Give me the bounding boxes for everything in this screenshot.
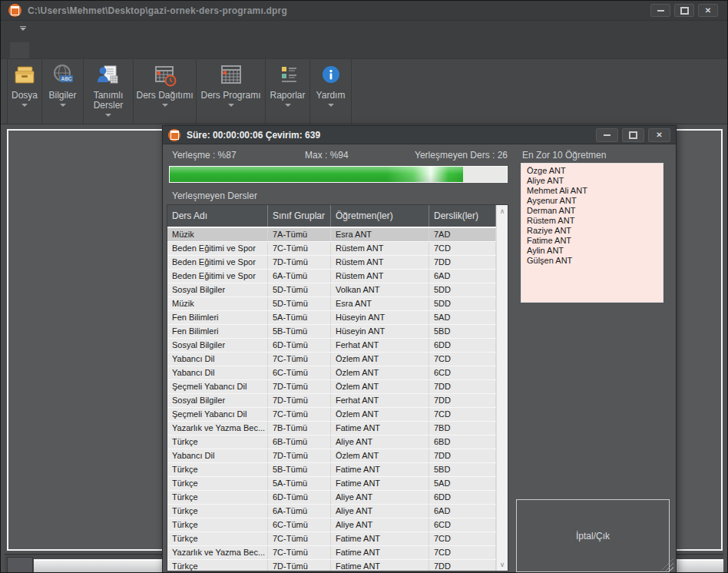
cell-sinif-gruplar: 5D-Tümü [268, 283, 331, 296]
table-header-cell[interactable]: Öğretmen(ler) [331, 205, 429, 227]
qat-customize-button[interactable] [18, 26, 28, 35]
teacher-list-item[interactable]: Gülşen ANT [527, 256, 663, 266]
teacher-list-item[interactable]: Fatime ANT [527, 236, 663, 246]
globe-abc-icon: ABC [51, 63, 75, 88]
teacher-list-item[interactable]: Derman ANT [527, 206, 663, 216]
cell-ogretmen: Volkan ANT [331, 283, 429, 296]
ribbon: Dosya ABC Bilgiler [1, 58, 727, 124]
ribbon-button-ders-dagitimi[interactable]: Ders Dağıtımı [134, 59, 197, 124]
scroll-up-button[interactable]: ∧ [497, 205, 508, 217]
table-row[interactable]: Türkçe 6D-Tümü Aliye ANT 6DD [167, 491, 508, 505]
cell-ders-adi: Beden Eğitimi ve Spor [167, 270, 268, 283]
title-bar: C:\Users\Mehmet\Desktop\gazi-ornek-ders-… [1, 1, 727, 21]
quick-access-toolbar [1, 21, 727, 41]
table-row[interactable]: Yazarlık ve Yazma Bec... 7C-Tümü Fatime … [167, 546, 508, 560]
minimize-button[interactable] [650, 4, 670, 17]
table-row[interactable]: Türkçe 6B-Tümü Aliye ANT 6BD [167, 436, 508, 449]
teacher-list-item[interactable]: Mehmet Ali ANT [527, 186, 663, 196]
cell-ders-adi: Türkçe [167, 436, 268, 449]
cell-derslik: 7CD [429, 353, 496, 366]
teacher-list-item[interactable]: Aliye ANT [527, 176, 663, 186]
cell-ogretmen: Fatime ANT [331, 560, 429, 571]
table-row[interactable]: Yabancı Dil 7D-Tümü Özlem ANT 7DD [167, 449, 508, 463]
cell-ders-adi: Türkçe [167, 491, 268, 504]
table-row[interactable]: Beden Eğitimi ve Spor 6A-Tümü Rüstem ANT… [167, 270, 508, 283]
table-header-row: Ders AdıSınıf GruplarÖğretmen(ler)Dersli… [167, 205, 508, 228]
ribbon-button-tanimli-dersler[interactable]: Tanımlı Dersler [84, 59, 134, 124]
dialog-minimize-button[interactable] [596, 128, 618, 142]
ribbon-tab-row [1, 41, 727, 58]
ribbon-button-dosya[interactable]: Dosya [7, 59, 42, 124]
cell-sinif-gruplar: 7D-Tümü [268, 380, 331, 393]
cell-ders-adi: Şeçmeli Yabancı Dil [167, 408, 268, 421]
cell-ogretmen: Ferhat ANT [331, 339, 429, 352]
cell-sinif-gruplar: 7A-Tümü [268, 228, 331, 241]
ribbon-button-raporlar[interactable]: Raporlar [266, 59, 310, 124]
teacher-list-item[interactable]: Raziye ANT [527, 226, 663, 236]
maximize-icon [629, 131, 637, 139]
cell-sinif-gruplar: 5A-Tümü [268, 311, 331, 324]
cell-ogretmen: Ferhat ANT [331, 394, 429, 407]
table-row[interactable]: Türkçe 5B-Tümü Fatime ANT 5BD [167, 463, 508, 477]
progress-bar [169, 166, 508, 183]
ribbon-button-bilgiler[interactable]: ABC Bilgiler [42, 59, 84, 124]
cell-derslik: 6BD [429, 436, 496, 449]
cell-ders-adi: Fen Bilimleri [167, 311, 268, 324]
table-row[interactable]: Beden Eğitimi ve Spor 7C-Tümü Rüstem ANT… [167, 242, 508, 256]
table-row[interactable]: Türkçe 7D-Tümü Fatime ANT 7DD [167, 560, 508, 571]
calendar-clock-icon [153, 63, 177, 88]
placement-percent-label: Yerleşme : %87 [172, 150, 237, 161]
dialog-maximize-button[interactable] [622, 128, 644, 142]
table-scrollbar[interactable]: ∧ ∨ [496, 205, 508, 571]
table-row[interactable]: Türkçe 5A-Tümü Fatime ANT 5AD [167, 477, 508, 491]
report-list-icon [276, 63, 300, 88]
table-header-cell[interactable]: Sınıf Gruplar [268, 205, 331, 227]
cell-ogretmen: Özlem ANT [331, 408, 429, 421]
table-row[interactable]: Yazarlık ve Yazma Bec... 7B-Tümü Fatime … [167, 422, 508, 436]
table-row[interactable]: Şeçmeli Yabancı Dil 7D-Tümü Özlem ANT 7D… [167, 380, 508, 394]
dialog-title: Süre: 00:00:00:06 Çevirim: 639 [187, 130, 320, 141]
cell-ders-adi: Yazarlık ve Yazma Bec... [167, 546, 268, 559]
table-row[interactable]: Şeçmeli Yabancı Dil 7C-Tümü Özlem ANT 7C… [167, 408, 508, 422]
close-icon: ✕ [705, 7, 711, 15]
cell-ders-adi: Türkçe [167, 463, 268, 476]
ribbon-button-label: Yardım [316, 91, 346, 101]
teacher-list-item[interactable]: Ayşenur ANT [527, 196, 663, 206]
window-title: C:\Users\Mehmet\Desktop\gazi-ornek-ders-… [28, 5, 287, 16]
cell-ders-adi: Müzik [167, 297, 268, 310]
ribbon-tab[interactable] [10, 42, 29, 58]
cell-ogretmen: Fatime ANT [331, 477, 429, 490]
cell-sinif-gruplar: 6A-Tümü [268, 505, 331, 518]
teacher-list-item[interactable]: Özge ANT [527, 166, 663, 176]
table-row[interactable]: Fen Bilimleri 5B-Tümü Hüseyin ANT 5BD [167, 325, 508, 339]
dialog-close-button[interactable]: ✕ [648, 128, 670, 142]
table-row[interactable]: Müzik 7A-Tümü Esra ANT 7AD [167, 228, 508, 242]
teacher-list-item[interactable]: Rüstem ANT [527, 216, 663, 226]
hardest-teachers-list[interactable]: Özge ANTAliye ANTMehmet Ali ANTAyşenur A… [521, 163, 663, 303]
table-row[interactable]: Sosyal Bilgiler 6D-Tümü Ferhat ANT 6DD [167, 339, 508, 353]
table-row[interactable]: Sosyal Bilgiler 7D-Tümü Ferhat ANT 7DD [167, 394, 508, 408]
table-row[interactable]: Sosyal Bilgiler 5D-Tümü Volkan ANT 5DD [167, 283, 508, 297]
table-row[interactable]: Türkçe 6C-Tümü Aliye ANT 6CD [167, 518, 508, 532]
app-icon [168, 129, 180, 141]
scroll-down-button[interactable]: ∨ [497, 558, 508, 571]
table-row[interactable]: Türkçe 6A-Tümü Aliye ANT 6AD [167, 505, 508, 518]
minimize-icon [657, 10, 664, 12]
teacher-list-item[interactable]: Aylin ANT [527, 246, 663, 256]
cancel-exit-button[interactable]: İptal/Çık [516, 499, 670, 572]
cell-sinif-gruplar: 7C-Tümü [268, 532, 331, 545]
cell-sinif-gruplar: 6D-Tümü [268, 491, 331, 504]
table-row[interactable]: Müzik 5D-Tümü Esra ANT 5DD [167, 297, 508, 311]
maximize-button[interactable] [674, 4, 694, 17]
table-row[interactable]: Yabancı Dil 6C-Tümü Özlem ANT 6CD [167, 366, 508, 380]
table-header-cell[interactable]: Derslik(ler) [429, 205, 496, 227]
ribbon-button-yardim[interactable]: Yardım [310, 59, 352, 124]
qat-dash-icon [20, 26, 26, 27]
table-row[interactable]: Türkçe 7C-Tümü Fatime ANT 7CD [167, 532, 508, 546]
close-button[interactable]: ✕ [698, 4, 718, 17]
ribbon-button-ders-programi[interactable]: Ders Programı [197, 59, 266, 124]
table-header-cell[interactable]: Ders Adı [167, 205, 268, 227]
table-row[interactable]: Fen Bilimleri 5A-Tümü Hüseyin ANT 5AD [167, 311, 508, 325]
table-row[interactable]: Beden Eğitimi ve Spor 7D-Tümü Rüstem ANT… [167, 256, 508, 270]
table-row[interactable]: Yabancı Dil 7C-Tümü Özlem ANT 7CD [167, 353, 508, 366]
